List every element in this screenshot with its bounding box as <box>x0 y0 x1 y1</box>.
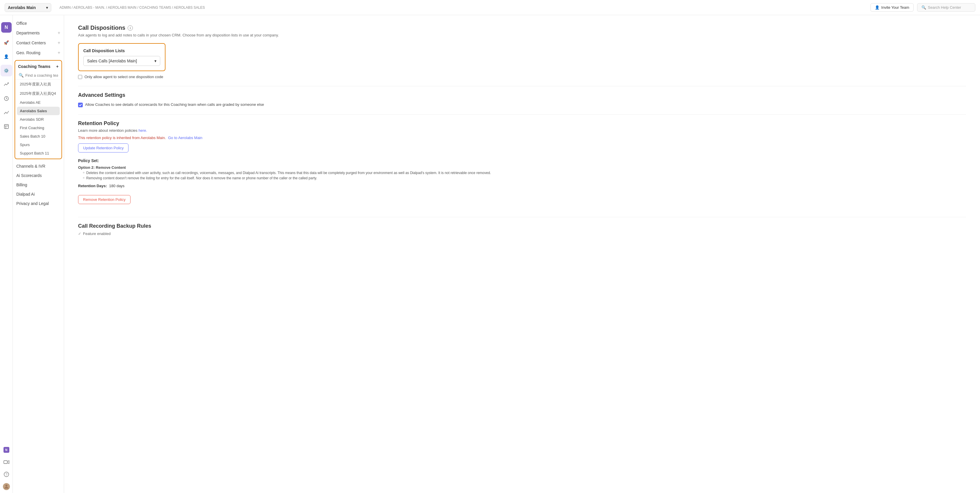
policy-option: Option 2: Remove Content <box>78 165 966 170</box>
call-recording-title: Call Recording Backup Rules <box>78 223 966 229</box>
sidebar-item-billing[interactable]: Billing <box>13 180 64 190</box>
coaching-search-input[interactable] <box>25 73 58 78</box>
coaching-teams-add-icon[interactable]: + <box>56 64 59 69</box>
coaching-search[interactable]: 🔍 <box>15 71 62 80</box>
person-icon: 👤 <box>875 5 880 10</box>
info-icon: i <box>127 26 133 30</box>
app-logo: N <box>1 18 12 35</box>
policy-set-label: Policy Set: <box>78 158 966 163</box>
nav-icon-rocket[interactable]: 🚀 <box>1 37 12 48</box>
sidebar: N 🚀 👤 ⚙️ N <box>0 15 64 493</box>
contact-centers-add-icon[interactable]: + <box>58 40 60 45</box>
workspace-name: Aerolabs Main <box>8 5 36 10</box>
coaching-team-item-3[interactable]: Aerolabs Sales <box>17 107 60 115</box>
chevron-down-icon: ▾ <box>46 5 48 10</box>
single-code-label: Only allow agent to select one dispositi… <box>84 75 163 79</box>
sidebar-main-menu: Office Departments + Contact Centers + G… <box>13 18 64 59</box>
coaching-team-item-2[interactable]: Aerolabs AE <box>15 98 62 107</box>
go-to-aerolabs-link[interactable]: Go to Aerolabs Main <box>168 136 202 140</box>
workspace-selector[interactable]: Aerolabs Main ▾ <box>5 3 51 12</box>
retention-days: Retention Days: 180 days <box>78 183 966 188</box>
sidebar-item-label: Office <box>16 21 27 26</box>
selected-disposition: Sales Calls [Aerolabs Main] <box>87 59 137 63</box>
call-recording-section: Call Recording Backup Rules ✓ Feature en… <box>78 223 966 236</box>
coaching-team-item-4[interactable]: Aerolabs SDR <box>15 115 62 124</box>
coaching-team-item-7[interactable]: Spurs <box>15 140 62 149</box>
call-disposition-lists-label: Call Disposition Lists <box>83 48 160 53</box>
advanced-settings-section: Advanced Settings Allow Coaches to see d… <box>78 92 966 107</box>
logo-icon: N <box>1 22 12 33</box>
retention-inherited-notice: This retention policy is inherited from … <box>78 136 966 140</box>
call-dispositions-section: Call Dispositions i Ask agents to log an… <box>78 24 966 79</box>
coaching-teams-header: Coaching Teams + <box>15 62 62 71</box>
search-icon: 🔍 <box>921 5 926 10</box>
call-disposition-lists-select[interactable]: Sales Calls [Aerolabs Main] ▾ <box>83 56 160 66</box>
nav-icon-dialpad-ai[interactable]: N <box>1 444 12 456</box>
coaching-team-item-0[interactable]: 2025年度新入社員 <box>15 80 62 89</box>
svg-text:?: ? <box>5 472 7 477</box>
sidebar-bottom-menu: Channels & IVR Ai Scorecards Billing Dia… <box>13 160 64 209</box>
sidebar-item-geo-routing[interactable]: Geo. Routing + <box>13 48 64 58</box>
policy-bullet-2: Removing content doesn't remove the list… <box>83 176 966 180</box>
invite-team-button[interactable]: 👤 Invite Your Team <box>870 3 913 12</box>
checkmark-icon: ✓ <box>78 231 81 236</box>
retention-policy-desc: Learn more about retention policies here… <box>78 128 966 132</box>
search-help-input[interactable]: 🔍 Search Help Center <box>917 3 975 12</box>
divider-3 <box>78 217 966 217</box>
nav-icon-box[interactable] <box>1 121 12 132</box>
sidebar-item-office[interactable]: Office <box>13 19 64 28</box>
departments-add-icon[interactable]: + <box>58 30 60 35</box>
nav-icon-avatar[interactable] <box>1 481 12 492</box>
policy-bullet-1: Deletes the content associated with user… <box>83 171 966 175</box>
sidebar-item-contact-centers[interactable]: Contact Centers + <box>13 38 64 48</box>
nav-icon-chart[interactable] <box>1 79 12 90</box>
sidebar-item-channels-ivr[interactable]: Channels & IVR <box>13 161 64 171</box>
svg-point-7 <box>5 485 7 487</box>
sidebar-item-label: Contact Centers <box>16 40 46 45</box>
sidebar-item-label: Geo. Routing <box>16 50 40 55</box>
main-content: Call Dispositions i Ask agents to log an… <box>64 15 980 493</box>
sidebar-item-label: Departments <box>16 30 40 35</box>
nav-icon-clock[interactable] <box>1 93 12 104</box>
chevron-down-icon: ▾ <box>154 59 156 63</box>
coaching-teams-label: Coaching Teams <box>18 64 50 69</box>
sidebar-icon-col: N 🚀 👤 ⚙️ N <box>0 15 13 493</box>
nav-icon-person[interactable]: 👤 <box>1 51 12 62</box>
feature-enabled-label: Feature enabled <box>83 231 111 236</box>
search-icon: 🔍 <box>19 73 24 78</box>
feature-enabled-row: ✓ Feature enabled <box>78 231 966 236</box>
sidebar-item-privacy-legal[interactable]: Privacy and Legal <box>13 199 64 208</box>
nav-icon-trending[interactable] <box>1 107 12 118</box>
coaching-team-item-6[interactable]: Sales Batch 10 <box>15 132 62 140</box>
main-layout: N 🚀 👤 ⚙️ N <box>0 15 980 493</box>
sidebar-item-ai-scorecards[interactable]: Ai Scorecards <box>13 171 64 180</box>
single-code-checkbox-row: Only allow agent to select one dispositi… <box>78 75 966 79</box>
coaching-team-item-1[interactable]: 2025年度新入社員Q4 <box>15 89 62 98</box>
sidebar-text-col: Office Departments + Contact Centers + G… <box>13 15 64 493</box>
update-retention-policy-button[interactable]: Update Retention Policy <box>78 144 129 153</box>
retention-policy-title: Retention Policy <box>78 120 966 126</box>
divider-1 <box>78 86 966 86</box>
geo-routing-add-icon[interactable]: + <box>58 50 60 56</box>
retention-policy-link[interactable]: here. <box>138 128 147 132</box>
breadcrumb: ADMIN / AEROLABS - MAIN. / AEROLABS MAIN… <box>55 6 867 10</box>
svg-rect-4 <box>4 461 7 464</box>
nav-icon-help[interactable]: ? <box>1 469 12 480</box>
divider-2 <box>78 114 966 115</box>
nav-icon-video[interactable] <box>1 456 12 468</box>
retention-policy-section: Retention Policy Learn more about retent… <box>78 120 966 211</box>
coaches-checkbox[interactable] <box>78 103 83 107</box>
sidebar-item-departments[interactable]: Departments + <box>13 28 64 38</box>
single-code-checkbox[interactable] <box>78 75 82 79</box>
topbar-actions: 👤 Invite Your Team 🔍 Search Help Center <box>870 3 975 12</box>
coaches-checkbox-label: Allow Coaches to see details of scorecar… <box>85 102 264 107</box>
sidebar-item-dialpad-ai[interactable]: Dialpad Ai <box>13 190 64 199</box>
advanced-settings-title: Advanced Settings <box>78 92 966 98</box>
remove-retention-policy-button[interactable]: Remove Retention Policy <box>78 195 130 204</box>
topbar: Aerolabs Main ▾ ADMIN / AEROLABS - MAIN.… <box>0 0 980 15</box>
call-dispositions-title: Call Dispositions i <box>78 24 966 31</box>
nav-icon-gear[interactable]: ⚙️ <box>1 65 12 77</box>
coaching-teams-section: Coaching Teams + 🔍 2025年度新入社員 2025年度新入社員… <box>14 60 62 159</box>
coaching-team-item-5[interactable]: First Coaching <box>15 124 62 132</box>
coaching-team-item-8[interactable]: Support Batch 11 <box>15 149 62 158</box>
